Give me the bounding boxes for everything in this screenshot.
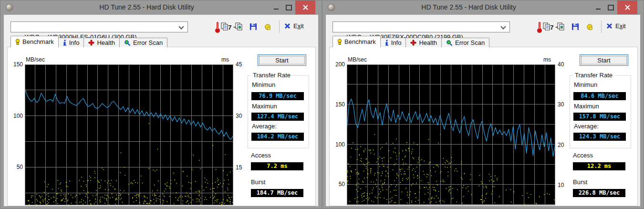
health-icon [410, 40, 416, 46]
copy-text-button[interactable] [219, 21, 230, 32]
y-left-tick: 50 [9, 164, 23, 170]
client-area: WDC WD3000HLFS-01G6U (300 GB) 37 ~C [4, 15, 318, 206]
y-left-tick: 100 [9, 113, 23, 119]
minimum-label: Minimun [252, 81, 275, 88]
benchmark-chart [347, 64, 555, 205]
y-left-tick: 200 [331, 61, 345, 68]
titlebar[interactable]: HD Tune 2.55 - Hard Disk Utility [0, 0, 322, 15]
minimum-value: 84.6 MB/sec [573, 92, 626, 100]
start-button[interactable]: Start [580, 54, 628, 66]
exit-icon [606, 23, 613, 29]
maximum-value: 157.8 MB/sec [573, 113, 626, 121]
tab-health[interactable]: Health [405, 38, 442, 47]
tab-label: Info [69, 39, 80, 46]
group-legend: Transfer Rate [251, 72, 292, 79]
average-value: 124.3 MB/sec [573, 133, 626, 141]
maximum-label: Maximun [252, 103, 277, 110]
tab-label: Benchmark [22, 38, 54, 45]
maximum-value: 127.4 MB/sec [251, 113, 304, 121]
copy-text-icon [220, 22, 229, 31]
error-scan-icon [124, 40, 131, 46]
y-axis-left-title: MB/sec [348, 56, 367, 63]
start-button[interactable]: Start [258, 54, 306, 66]
settings-icon [585, 22, 594, 31]
settings-button[interactable] [584, 21, 595, 32]
benchmark-panel: MB/sec ms Start Transfer Rate Minimun 84… [329, 47, 638, 206]
save-button[interactable] [248, 21, 259, 32]
maximize-icon [286, 5, 292, 10]
drive-select[interactable]: WDC WD3000HLFS-01G6U (300 GB) [10, 21, 188, 32]
y-right-tick: 30 [236, 113, 242, 119]
tab-info[interactable]: Info [380, 38, 406, 47]
error-scan-icon [446, 40, 453, 46]
y-right-tick: 15 [236, 164, 242, 171]
burst-value: 184.7 MB/sec [251, 189, 303, 197]
average-value: 104.2 MB/sec [251, 133, 304, 141]
tab-label: Health [97, 39, 115, 46]
tab-benchmark[interactable]: Benchmark [10, 36, 59, 47]
tab-label: Error Scan [455, 39, 485, 46]
exit-button[interactable]: Exit [606, 22, 626, 30]
save-button[interactable] [570, 21, 581, 32]
tab-strip: Benchmark Info Health Error Scan [332, 36, 489, 47]
minimize-icon [596, 9, 601, 10]
tab-benchmark[interactable]: Benchmark [332, 36, 381, 47]
tab-error-scan[interactable]: Error Scan [441, 38, 489, 47]
group-legend: Transfer Rate [573, 72, 614, 79]
y-left-tick: 100 [331, 141, 345, 148]
chevron-down-icon [178, 24, 184, 29]
minimum-label: Minimun [574, 81, 597, 88]
y-axis-right-title: ms [221, 56, 229, 63]
average-label: Average: [574, 123, 599, 130]
access-value: 7.2 ms [251, 162, 303, 170]
tab-info[interactable]: Info [58, 38, 84, 47]
tab-label: Benchmark [344, 38, 376, 45]
minimum-value: 76.9 MB/sec [251, 92, 304, 100]
copy-text-button[interactable] [541, 21, 552, 32]
y-left-tick: 50 [331, 181, 345, 188]
window-title: HD Tune 2.55 - Hard Disk Utility [29, 3, 264, 11]
y-left-tick: 150 [331, 101, 345, 108]
tab-label: Error Scan [133, 39, 163, 46]
maximize-button[interactable] [604, 0, 617, 14]
settings-icon [263, 22, 272, 31]
copy-image-button[interactable] [556, 21, 566, 32]
titlebar[interactable]: HD Tune 2.55 - Hard Disk Utility [322, 0, 644, 15]
chevron-down-icon [500, 24, 506, 29]
y-left-tick: 150 [9, 61, 23, 68]
tab-error-scan[interactable]: Error Scan [119, 38, 167, 47]
transfer-rate-group: Transfer Rate Minimun 84.6 MB/sec Maximu… [570, 75, 631, 148]
maximize-button[interactable] [282, 0, 295, 14]
tab-health[interactable]: Health [83, 38, 120, 47]
maximum-label: Maximun [574, 103, 599, 110]
burst-label: Burst [251, 178, 265, 186]
access-value: 12.2 ms [573, 162, 625, 170]
burst-label: Burst [573, 178, 587, 186]
exit-button[interactable]: Exit [284, 22, 304, 30]
minimize-button[interactable] [270, 0, 282, 14]
copy-image-button[interactable] [234, 21, 244, 32]
maximize-icon [608, 5, 614, 10]
drive-select[interactable]: WDC WD30EZRX-00DC0B0 (2199 GB) [332, 21, 510, 32]
transfer-rate-group: Transfer Rate Minimun 76.9 MB/sec Maximu… [248, 75, 309, 148]
exit-label: Exit [293, 22, 304, 30]
burst-value: 226.8 MB/sec [573, 189, 625, 197]
tab-label: Health [419, 39, 437, 46]
app-icon [328, 4, 335, 11]
health-icon [88, 40, 94, 46]
minimize-button[interactable] [592, 0, 604, 14]
minimize-icon [274, 9, 279, 10]
copy-image-icon [235, 22, 243, 31]
close-button[interactable] [617, 0, 637, 14]
close-icon [625, 5, 630, 10]
settings-button[interactable] [262, 21, 273, 32]
tab-strip: Benchmark Info Health Error Scan [10, 36, 167, 47]
copy-image-icon [557, 22, 565, 31]
client-area: WDC WD30EZRX-00DC0B0 (2199 GB) 37 ~C [326, 15, 640, 206]
close-icon [303, 5, 308, 10]
hdtune-window: HD Tune 2.55 - Hard Disk Utility WDC WD3… [322, 0, 644, 209]
close-button[interactable] [295, 0, 315, 14]
average-label: Average: [252, 123, 277, 130]
window-title: HD Tune 2.55 - Hard Disk Utility [351, 3, 586, 11]
access-label: Access [573, 152, 593, 159]
